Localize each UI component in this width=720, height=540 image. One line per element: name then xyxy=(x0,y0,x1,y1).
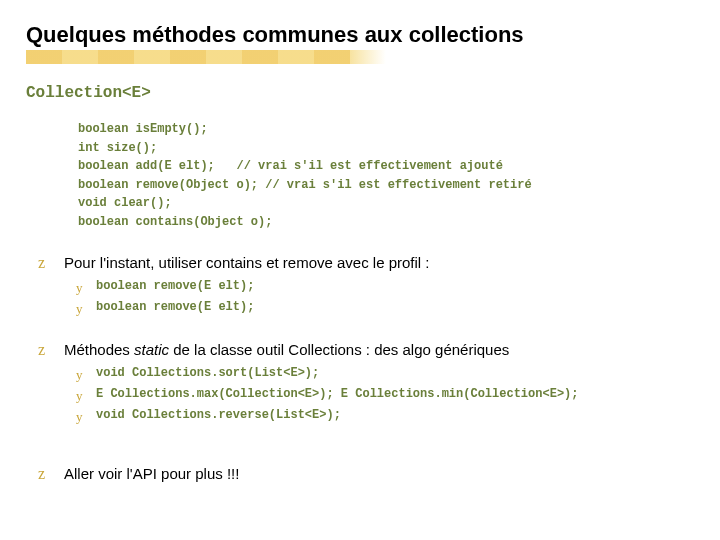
sub-bullet-icon: y xyxy=(76,299,86,319)
bullet-2-subgroup: y void Collections.sort(List<E>); y E Co… xyxy=(76,364,720,427)
bullet-3-text: Aller voir l'API pour plus !!! xyxy=(64,465,239,482)
highlight-underline xyxy=(26,50,386,64)
bullet-1-subgroup: y boolean remove(E elt); y boolean remov… xyxy=(76,277,720,319)
bullet-2-text: Méthodes static de la classe outil Colle… xyxy=(64,341,509,358)
sub-bullet-icon: y xyxy=(76,386,86,406)
sub-bullet: y void Collections.reverse(List<E>); xyxy=(76,406,720,427)
sub-bullet-code: void Collections.sort(List<E>); xyxy=(96,364,319,383)
sub-bullet: y boolean remove(E elt); xyxy=(76,298,720,319)
bullet-2-prefix: Méthodes xyxy=(64,341,134,358)
bullet-2-suffix: de la classe outil Collections : des alg… xyxy=(169,341,509,358)
slide-title: Quelques méthodes communes aux collectio… xyxy=(0,0,720,48)
bullet-2-italic: static xyxy=(134,341,169,358)
bullet-2: z Méthodes static de la classe outil Col… xyxy=(38,341,720,358)
sub-bullet-icon: y xyxy=(76,278,86,298)
interface-heading: Collection<E> xyxy=(26,84,720,102)
bullet-icon: z xyxy=(38,255,50,271)
bullet-icon: z xyxy=(38,466,50,482)
sub-bullet-code: boolean remove(E elt); xyxy=(96,277,254,296)
code-block: boolean isEmpty(); int size(); boolean a… xyxy=(78,120,720,232)
bullet-1: z Pour l'instant, utiliser contains et r… xyxy=(38,254,720,271)
bullet-3: z Aller voir l'API pour plus !!! xyxy=(38,465,720,482)
bullet-1-text: Pour l'instant, utiliser contains et rem… xyxy=(64,254,430,271)
sub-bullet-icon: y xyxy=(76,407,86,427)
bullet-icon: z xyxy=(38,342,50,358)
sub-bullet-code: E Collections.max(Collection<E>); E Coll… xyxy=(96,385,578,404)
sub-bullet: y boolean remove(E elt); xyxy=(76,277,720,298)
sub-bullet: y E Collections.max(Collection<E>); E Co… xyxy=(76,385,720,406)
sub-bullet-icon: y xyxy=(76,365,86,385)
sub-bullet-code: boolean remove(E elt); xyxy=(96,298,254,317)
sub-bullet-code: void Collections.reverse(List<E>); xyxy=(96,406,341,425)
sub-bullet: y void Collections.sort(List<E>); xyxy=(76,364,720,385)
